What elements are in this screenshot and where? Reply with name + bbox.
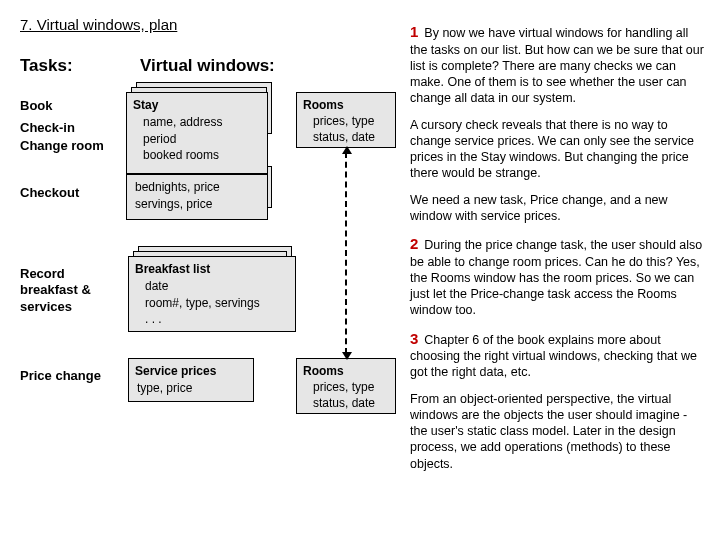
notes-column: 1By now we have virtual windows for hand… [410, 22, 706, 482]
vw-stay-line3: booked rooms [133, 147, 261, 164]
vw-breakfast-stack: Breakfast list date room#, type, serving… [128, 256, 300, 336]
vw-rooms-line2: status, date [303, 395, 389, 411]
vw-srv-line1: type, price [135, 380, 247, 397]
note-1a-text: By now we have virtual windows for handl… [410, 26, 704, 105]
vw-rooms-line1: prices, type [303, 113, 389, 129]
page-title: 7. Virtual windows, plan [20, 16, 177, 33]
vw-stay: Stay name, address period booked rooms [126, 92, 268, 174]
note-1c: We need a new task, Price change, and a … [410, 192, 706, 225]
tasks-heading: Tasks: [20, 56, 73, 76]
vw-bednights-stack: bednights, price servings, price [126, 174, 272, 224]
task-checkin: Check-in [20, 120, 75, 135]
note-3a-text: Chapter 6 of the book explains more abou… [410, 333, 697, 380]
vw-bkfst-line1: date [135, 278, 289, 295]
vw-stay-stack: Stay name, address period booked rooms [126, 92, 272, 178]
note-1: 1By now we have virtual windows for hand… [410, 22, 706, 107]
vw-bkfst-line3: . . . [135, 311, 289, 328]
task-change-room: Change room [20, 138, 104, 153]
task-record-bkfst: Record breakfast & services [20, 266, 120, 315]
vw-bkfst-line2: room#, type, servings [135, 295, 289, 312]
vw-bed-line2: servings, price [133, 196, 261, 213]
note-3b: From an object-oriented perspective, the… [410, 391, 706, 472]
vw-srv-title: Service prices [135, 363, 247, 380]
note-1b: A cursory check reveals that there is no… [410, 117, 706, 182]
note-3: 3Chapter 6 of the book explains more abo… [410, 329, 706, 381]
task-checkout: Checkout [20, 185, 79, 200]
note-2: 2During the price change task, the user … [410, 234, 706, 319]
vw-bednights: bednights, price servings, price [126, 174, 268, 220]
note-number-3: 3 [410, 330, 424, 347]
vw-rooms-line1: prices, type [303, 379, 389, 395]
vw-bkfst-title: Breakfast list [135, 261, 289, 278]
vw-rooms-top: Rooms prices, type status, date [296, 92, 396, 148]
note-2-text: During the price change task, the user s… [410, 238, 702, 317]
task-book: Book [20, 98, 53, 113]
task-price-change: Price change [20, 368, 101, 383]
vw-stay-line2: period [133, 131, 261, 148]
vw-stay-title: Stay [133, 97, 261, 114]
vw-bed-line1: bednights, price [133, 179, 261, 196]
vw-rooms-title: Rooms [303, 97, 389, 113]
vw-breakfast: Breakfast list date room#, type, serving… [128, 256, 296, 332]
vw-rooms-bottom: Rooms prices, type status, date [296, 358, 396, 414]
vw-stay-line1: name, address [133, 114, 261, 131]
vw-service-prices: Service prices type, price [128, 358, 254, 402]
rooms-link-arrow [345, 152, 347, 354]
vw-service-prices-stack: Service prices type, price [128, 358, 258, 406]
note-number-1: 1 [410, 23, 424, 40]
vw-rooms-line2: status, date [303, 129, 389, 145]
slide: 7. Virtual windows, plan Tasks: Virtual … [0, 0, 720, 540]
vw-rooms-title: Rooms [303, 363, 389, 379]
note-number-2: 2 [410, 235, 424, 252]
vw-heading: Virtual windows: [140, 56, 275, 76]
